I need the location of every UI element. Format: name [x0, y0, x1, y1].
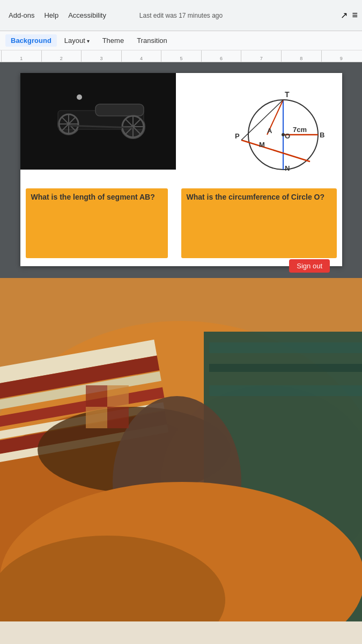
question-left: What is the length of segment AB? — [26, 188, 168, 258]
menu-icon[interactable]: ≡ — [352, 10, 358, 21]
svg-rect-52 — [107, 385, 129, 407]
question-left-text: What is the length of segment AB? — [31, 193, 162, 201]
last-edit-text: Last edit was 17 minutes ago — [139, 12, 223, 19]
svg-text:7cm: 7cm — [293, 126, 307, 134]
accessibility-menu[interactable]: Accessibility — [64, 9, 110, 21]
top-right-icons: ↗ ≡ — [341, 10, 358, 21]
addons-menu[interactable]: Add-ons — [4, 9, 39, 21]
question-right-text: What is the circumference of Circle O? — [187, 193, 331, 201]
svg-text:A: A — [267, 127, 272, 135]
ruler-mark-1: 1 — [1, 50, 41, 62]
svg-text:N: N — [285, 164, 290, 172]
cannon-image — [20, 73, 176, 170]
ruler-mark-4: 4 — [121, 50, 161, 62]
sign-out-button[interactable]: Sign out — [289, 259, 330, 273]
theme-button[interactable]: Theme — [97, 34, 129, 47]
ruler-mark-2: 2 — [41, 50, 82, 62]
circle-diagram: T A B O P M N 7cm — [213, 78, 331, 186]
svg-rect-51 — [86, 385, 107, 407]
svg-point-30 — [282, 133, 285, 136]
menu-bar: Add-ons Help Accessibility — [4, 9, 110, 21]
ruler: 1 2 3 4 5 6 7 8 9 — [0, 50, 362, 62]
svg-rect-44 — [209, 342, 362, 353]
present-icon[interactable]: ↗ — [341, 10, 348, 20]
top-bar: Add-ons Help Accessibility Last edit was… — [0, 0, 362, 31]
svg-rect-45 — [209, 364, 362, 372]
ruler-mark-5: 5 — [161, 50, 201, 62]
svg-rect-54 — [107, 407, 129, 428]
toolbar: Background Layout Theme Transition — [0, 31, 362, 50]
ruler-mark-6: 6 — [201, 50, 241, 62]
layout-button[interactable]: Layout — [59, 34, 95, 47]
svg-line-19 — [241, 140, 310, 162]
bottom-photo — [0, 278, 362, 644]
svg-rect-3 — [95, 104, 144, 116]
ruler-mark-3: 3 — [81, 50, 121, 62]
svg-text:P: P — [235, 132, 240, 140]
background-button[interactable]: Background — [5, 34, 57, 47]
svg-point-15 — [77, 94, 82, 100]
ruler-mark-7: 7 — [241, 50, 281, 62]
ruler-mark-8: 8 — [281, 50, 321, 62]
svg-text:T: T — [285, 90, 290, 99]
slide[interactable]: T A B O P M N 7cm — [20, 73, 342, 266]
svg-rect-50 — [0, 621, 362, 644]
svg-line-21 — [241, 100, 283, 140]
slide-area: T A B O P M N 7cm — [0, 62, 362, 277]
question-right: What is the circumference of Circle O? — [181, 188, 337, 258]
ruler-mark-9: 9 — [321, 50, 361, 62]
transition-button[interactable]: Transition — [131, 34, 173, 47]
svg-rect-46 — [209, 385, 362, 396]
svg-text:O: O — [285, 132, 290, 140]
help-menu[interactable]: Help — [40, 9, 63, 21]
svg-rect-53 — [86, 407, 107, 428]
svg-text:B: B — [320, 131, 324, 139]
svg-text:M: M — [259, 141, 265, 149]
sign-out-container: Sign out — [289, 259, 330, 273]
